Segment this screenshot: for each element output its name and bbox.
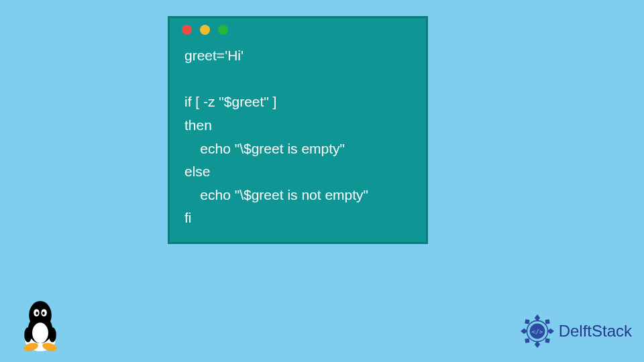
- window-titlebar: [170, 18, 426, 38]
- code-line: fi: [184, 210, 192, 225]
- svg-marker-18: [525, 338, 529, 343]
- svg-point-6: [36, 312, 38, 315]
- svg-point-3: [32, 322, 48, 343]
- code-body: greet='Hi' if [ -z "$greet" ] then echo …: [170, 38, 426, 230]
- svg-point-10: [24, 327, 32, 342]
- code-window: greet='Hi' if [ -z "$greet" ] then echo …: [168, 16, 428, 244]
- svg-text:</>: </>: [531, 328, 543, 335]
- delftstack-seal-icon: </>: [520, 314, 555, 349]
- minimize-icon: [200, 25, 210, 35]
- code-line: echo "\$greet is not empty": [184, 187, 368, 202]
- maximize-icon: [218, 25, 228, 35]
- svg-marker-16: [525, 319, 529, 324]
- code-line: else: [184, 164, 211, 179]
- code-line: greet='Hi': [184, 48, 244, 63]
- linux-tux-icon: [16, 296, 64, 353]
- delftstack-logo: </> DelftStack: [520, 314, 632, 349]
- brand-label: DelftStack: [559, 322, 632, 341]
- svg-point-11: [49, 327, 56, 342]
- svg-point-7: [42, 312, 45, 315]
- svg-marker-19: [545, 338, 549, 343]
- code-line: echo "\$greet is empty": [184, 141, 345, 156]
- code-line: if [ -z "$greet" ]: [184, 94, 276, 109]
- close-icon: [182, 25, 192, 35]
- code-line: then: [184, 117, 212, 133]
- svg-marker-17: [545, 319, 549, 324]
